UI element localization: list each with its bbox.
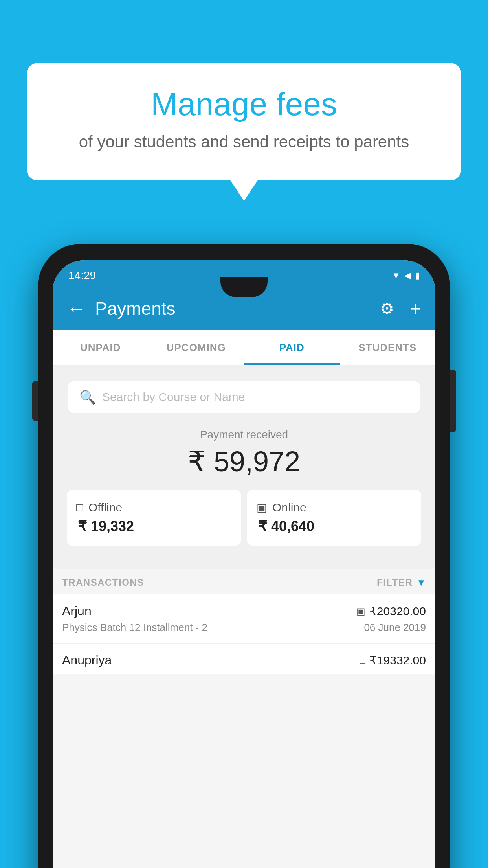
card-payment-icon: ▣ — [356, 606, 365, 617]
status-time: 14:29 — [68, 269, 96, 282]
transaction-amount: ₹20320.00 — [369, 604, 426, 618]
transactions-label: TRANSACTIONS — [62, 577, 144, 588]
offline-payment-card: □ Offline ₹ 19,332 — [67, 490, 241, 546]
online-icon: ▣ — [257, 501, 267, 514]
transaction-details: Physics Batch 12 Installment - 2 — [62, 622, 207, 634]
phone-screen: 14:29 ▼ ◀ ▮ ← Payments ⚙ + UNPAID — [53, 260, 435, 868]
payment-summary: Payment received ₹ 59,972 □ Offline ₹ 19… — [53, 413, 435, 569]
payment-cards: □ Offline ₹ 19,332 ▣ Online ₹ 40,640 — [61, 490, 427, 557]
online-amount: ₹ 40,640 — [257, 518, 314, 535]
tab-unpaid[interactable]: UNPAID — [53, 330, 149, 365]
wifi-icon: ▼ — [392, 270, 400, 281]
payment-received-label: Payment received — [61, 428, 427, 441]
payment-total-amount: ₹ 59,972 — [61, 445, 427, 478]
transactions-header: TRANSACTIONS FILTER ▼ — [53, 569, 435, 594]
power-button — [450, 370, 456, 432]
phone-body: 14:29 ▼ ◀ ▮ ← Payments ⚙ + UNPAID — [38, 244, 450, 868]
volume-button — [32, 381, 38, 421]
filter-icon: ▼ — [416, 577, 426, 588]
status-icons: ▼ ◀ ▮ — [392, 270, 420, 281]
transaction-name: Arjun — [62, 604, 92, 618]
search-bar[interactable]: 🔍 Search by Course or Name — [68, 381, 420, 413]
search-icon: 🔍 — [79, 389, 96, 405]
filter-label: FILTER — [377, 577, 413, 588]
tabs-bar: UNPAID UPCOMING PAID STUDENTS — [53, 330, 435, 366]
offline-amount: ₹ 19,332 — [76, 518, 134, 535]
page-title: Payments — [95, 298, 371, 319]
transaction-amount-container: □ ₹19332.00 — [360, 653, 426, 667]
offline-icon: □ — [76, 501, 83, 514]
transaction-row[interactable]: Arjun ▣ ₹20320.00 Physics Batch 12 Insta… — [53, 594, 435, 644]
offline-label: Offline — [88, 501, 122, 514]
battery-icon: ▮ — [415, 270, 420, 281]
speech-bubble-title: Manage fees — [46, 86, 442, 122]
filter-button[interactable]: FILTER ▼ — [377, 577, 426, 588]
tab-paid[interactable]: PAID — [244, 330, 340, 365]
transaction-date: 06 June 2019 — [364, 622, 426, 634]
speech-bubble: Manage fees of your students and send re… — [27, 63, 461, 180]
cash-payment-icon: □ — [360, 655, 365, 666]
transaction-amount: ₹19332.00 — [369, 653, 426, 667]
settings-icon[interactable]: ⚙ — [380, 300, 394, 318]
signal-icon: ◀ — [404, 270, 411, 281]
online-payment-card: ▣ Online ₹ 40,640 — [247, 490, 421, 546]
tab-students[interactable]: STUDENTS — [340, 330, 436, 365]
search-input[interactable]: Search by Course or Name — [102, 390, 245, 404]
transaction-row[interactable]: Anupriya □ ₹19332.00 — [53, 644, 435, 674]
phone-frame: 14:29 ▼ ◀ ▮ ← Payments ⚙ + UNPAID — [38, 244, 450, 868]
transaction-amount-container: ▣ ₹20320.00 — [356, 604, 426, 618]
phone-notch — [220, 277, 268, 297]
add-button[interactable]: + — [410, 297, 421, 320]
online-label: Online — [272, 501, 306, 514]
transaction-name: Anupriya — [62, 653, 112, 668]
back-button[interactable]: ← — [67, 299, 86, 318]
speech-bubble-subtitle: of your students and send receipts to pa… — [46, 131, 442, 153]
tab-upcoming[interactable]: UPCOMING — [149, 330, 244, 365]
